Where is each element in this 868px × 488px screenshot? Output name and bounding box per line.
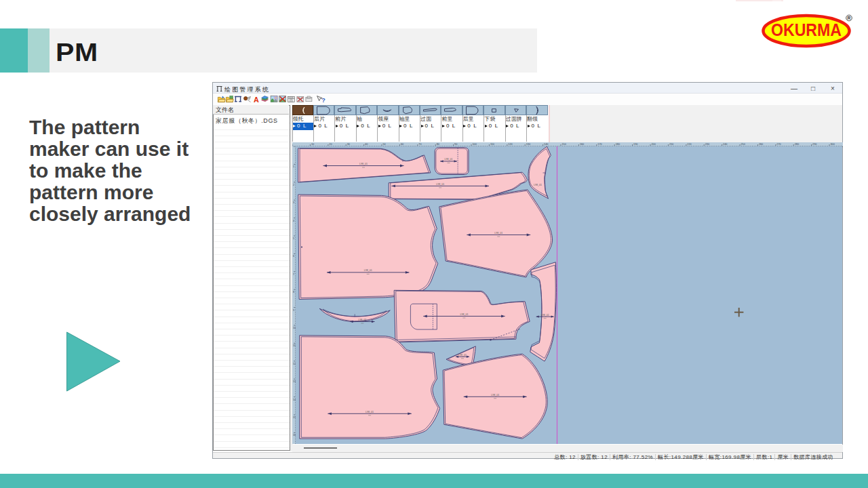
svg-text:250: 250: [741, 143, 745, 146]
svg-text:160: 160: [579, 143, 583, 146]
svg-text:L98_01: L98_01: [363, 269, 372, 272]
svg-text:190: 190: [633, 143, 637, 146]
svg-text:260: 260: [758, 143, 762, 146]
svg-text:180: 180: [615, 143, 619, 146]
svg-text:280: 280: [794, 143, 798, 146]
svg-text:8: 8: [293, 291, 294, 293]
svg-text:90: 90: [454, 143, 457, 146]
svg-text:6: 6: [293, 255, 294, 258]
svg-text:L98_01: L98_01: [458, 354, 467, 357]
svg-text:30: 30: [347, 143, 349, 146]
svg-text:L98_01: L98_01: [494, 232, 502, 235]
svg-text:L98_01: L98_01: [460, 313, 468, 316]
svg-text:270: 270: [776, 143, 781, 146]
svg-text:70: 70: [418, 143, 421, 146]
svg-text:110: 110: [490, 143, 494, 146]
svg-text:150: 150: [561, 143, 566, 146]
svg-text:A: A: [254, 96, 259, 104]
svg-text:L98_01: L98_01: [436, 183, 444, 186]
svg-text:10: 10: [311, 143, 313, 146]
svg-text:5: 5: [293, 237, 294, 240]
svg-text:R: R: [848, 16, 851, 20]
svg-text:290: 290: [812, 143, 816, 146]
svg-text:OKURMA: OKURMA: [771, 20, 842, 40]
svg-text:60: 60: [400, 143, 403, 146]
svg-text:L98_01: L98_01: [491, 394, 499, 396]
svg-text:170: 170: [597, 143, 601, 146]
svg-text:9: 9: [293, 309, 294, 312]
svg-text:L98_01: L98_01: [534, 184, 542, 186]
svg-text:220: 220: [687, 143, 691, 146]
svg-text:200: 200: [651, 143, 655, 146]
svg-text:L98_01: L98_01: [444, 158, 452, 161]
svg-text:210: 210: [669, 143, 673, 146]
svg-text:230: 230: [705, 143, 709, 146]
svg-text:100: 100: [472, 143, 476, 146]
svg-text:7: 7: [293, 273, 294, 276]
svg-text:2: 2: [293, 184, 294, 186]
svg-text:80: 80: [436, 143, 439, 146]
svg-text:40: 40: [365, 143, 368, 146]
svg-text:L98_01: L98_01: [540, 314, 549, 317]
svg-text:4: 4: [293, 220, 294, 222]
svg-text:3: 3: [293, 201, 294, 204]
svg-text:L98_01: L98_01: [359, 163, 368, 165]
svg-text:50: 50: [382, 143, 385, 146]
svg-text:240: 240: [723, 143, 727, 146]
svg-text:?: ?: [321, 97, 326, 104]
svg-text:L98_01: L98_01: [366, 411, 374, 413]
svg-text:120: 120: [508, 143, 512, 146]
svg-text:20: 20: [329, 143, 332, 146]
svg-text:L98_01: L98_01: [358, 319, 366, 321]
svg-text:300: 300: [830, 143, 834, 146]
svg-text:130: 130: [526, 143, 530, 146]
svg-text:140: 140: [544, 143, 548, 146]
svg-text:1: 1: [293, 165, 294, 168]
